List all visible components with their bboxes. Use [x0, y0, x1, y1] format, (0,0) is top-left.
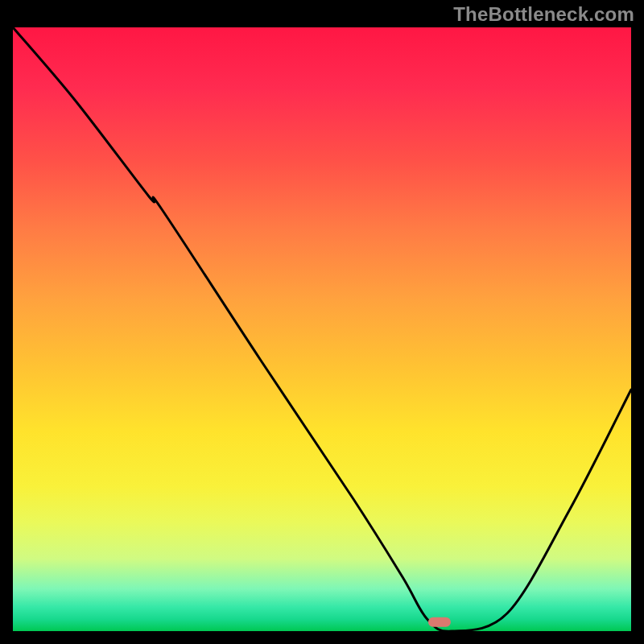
bottleneck-curve — [13, 27, 631, 631]
plot-area — [13, 27, 631, 631]
chart-frame: TheBottleneck.com — [0, 0, 644, 644]
bottleneck-curve-svg — [13, 27, 631, 631]
watermark-text: TheBottleneck.com — [453, 5, 634, 24]
optimal-marker — [428, 617, 451, 627]
